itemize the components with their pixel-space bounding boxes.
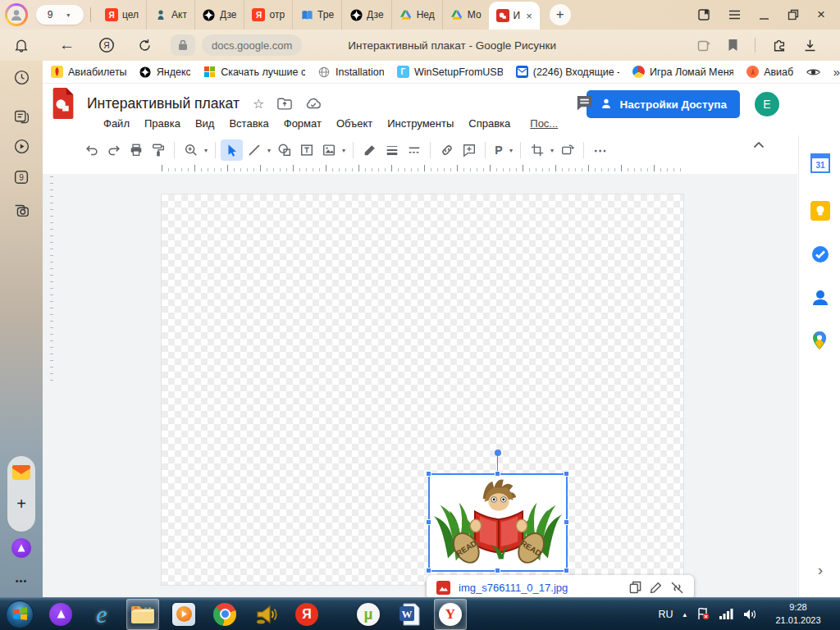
taskbar-gold-speaker[interactable] (249, 599, 282, 630)
line-tool-icon[interactable] (243, 139, 265, 161)
browser-tab-7[interactable]: Нед (391, 0, 442, 30)
border-weight-icon[interactable] (381, 139, 403, 161)
menu-view[interactable]: Вид (189, 115, 221, 132)
add-widget-icon[interactable] (697, 39, 711, 52)
eye-icon[interactable] (806, 67, 820, 77)
bookmark-winsetup[interactable]: Г WinSetupFromUSB (397, 66, 503, 78)
text-box-icon[interactable] (295, 139, 317, 161)
back-button[interactable]: ← (59, 36, 75, 54)
menu-help[interactable]: Справка (462, 115, 517, 132)
browser-tab-6[interactable]: Дзе (341, 0, 391, 30)
star-icon[interactable]: ☆ (253, 96, 264, 112)
taskbar-utorrent[interactable]: µ (352, 599, 385, 630)
google-tasks-icon[interactable] (810, 244, 830, 264)
browser-tab-1[interactable]: Я цел (98, 0, 146, 30)
cloud-status-icon[interactable] (305, 98, 322, 109)
move-folder-icon[interactable] (277, 98, 292, 110)
window-close-icon[interactable]: × (817, 7, 825, 23)
border-color-pencil-icon[interactable] (358, 139, 381, 161)
selection-handle-e[interactable] (564, 519, 569, 525)
chevron-down-icon[interactable]: ▾ (548, 147, 556, 154)
browser-tab-5[interactable]: Тре (292, 0, 341, 30)
window-restore-icon[interactable] (788, 9, 799, 21)
bookmark-aviabilety[interactable]: Авиабилеты (51, 66, 126, 78)
copy-icon[interactable] (629, 581, 641, 594)
browser-tab-active[interactable]: И × (489, 2, 540, 30)
volume-icon[interactable] (743, 609, 756, 620)
taskbar-word[interactable]: W (393, 599, 426, 630)
comments-icon[interactable] (575, 94, 594, 112)
browser-tab-2[interactable]: Акт (146, 0, 194, 30)
browser-tab-8[interactable]: Мо (442, 0, 489, 30)
google-drawings-logo[interactable] (51, 88, 75, 119)
replace-image-icon[interactable] (556, 139, 578, 161)
chevron-down-icon[interactable]: ▾ (265, 147, 273, 154)
alice-icon[interactable] (11, 538, 31, 558)
tabs-count-icon[interactable]: 9 (11, 167, 31, 187)
window-minimize-icon[interactable] (759, 10, 769, 21)
paint-format-icon[interactable] (147, 139, 169, 161)
taskbar-media-player[interactable] (167, 599, 200, 630)
redo-icon[interactable] (103, 139, 125, 161)
chevron-down-icon[interactable]: ▾ (507, 147, 515, 154)
url-field[interactable]: docs.google.com (202, 34, 302, 56)
history-clock-icon[interactable] (11, 67, 31, 87)
bookmark-yandex[interactable]: Яндекс (139, 66, 190, 78)
chevron-down-icon[interactable]: ▾ (340, 147, 348, 154)
action-center-flag-icon[interactable] (696, 608, 710, 620)
play-circle-icon[interactable] (11, 136, 31, 156)
add-comment-icon[interactable] (458, 139, 480, 161)
taskbar-chrome[interactable] (208, 599, 241, 630)
edit-pencil-icon[interactable] (650, 582, 662, 594)
zoom-icon[interactable] (180, 139, 202, 161)
print-icon[interactable] (125, 139, 147, 161)
account-avatar[interactable]: E (755, 92, 779, 116)
insert-link-icon[interactable] (436, 139, 458, 161)
google-contacts-icon[interactable] (810, 288, 830, 308)
yandex-mail-icon[interactable] (11, 463, 31, 482)
selection-handle-n[interactable] (495, 471, 500, 477)
chevron-down-icon[interactable]: ▾ (202, 147, 210, 154)
toolbar-more-icon[interactable]: ⋯ (589, 139, 611, 161)
selection-handle-ne[interactable] (564, 471, 569, 477)
reload-icon[interactable] (137, 38, 153, 53)
shape-tool-icon[interactable] (273, 139, 295, 161)
insert-image-icon[interactable] (317, 139, 340, 161)
image-filename-link[interactable]: img_s766111_0_17.jpg (459, 582, 621, 594)
unlink-icon[interactable] (670, 582, 684, 594)
select-tool-icon[interactable] (221, 139, 243, 161)
taskbar-internet-explorer[interactable]: e (85, 599, 118, 630)
menu-format[interactable]: Формат (277, 115, 328, 132)
undo-icon[interactable] (80, 139, 103, 161)
bookmark-installation[interactable]: Installation (318, 66, 384, 78)
taskbar-yandex-red[interactable]: Я (290, 599, 323, 630)
crop-icon[interactable] (526, 139, 548, 161)
menu-insert[interactable]: Вставка (222, 115, 275, 132)
selected-image[interactable]: READ READ (428, 473, 568, 572)
document-title[interactable]: Интерактивный плакат (87, 95, 240, 112)
panel-expand-chevron[interactable]: › (810, 562, 830, 582)
sidebar-more-icon[interactable]: ••• (11, 571, 31, 591)
site-security-lock-icon[interactable] (171, 34, 195, 56)
browser-tab-3[interactable]: Дзе (194, 0, 244, 30)
taskbar-clock[interactable]: 9:28 21.01.2023 (766, 601, 830, 627)
last-edit-link[interactable]: Пос... (518, 115, 564, 132)
yandex-home-icon[interactable]: Я (98, 36, 116, 54)
tab-close-icon[interactable]: × (526, 10, 532, 22)
selection-handle-s[interactable] (495, 568, 500, 573)
sidebar-add-icon[interactable]: + (11, 494, 31, 514)
bookmark-microsoft[interactable]: Скачать лучшие с (203, 66, 305, 78)
extensions-icon[interactable] (772, 38, 787, 52)
feed-icon[interactable] (11, 107, 31, 126)
menu-file[interactable]: Файл (97, 115, 136, 132)
new-tab-button[interactable]: + (550, 4, 571, 25)
selection-handle-nw[interactable] (426, 471, 431, 477)
tray-expand-icon[interactable]: ▴ (682, 610, 687, 619)
share-settings-button[interactable]: Настройки Доступа (587, 90, 740, 118)
bookmark-avia2[interactable]: Авиаб (746, 66, 793, 78)
google-calendar-icon[interactable]: 31 (810, 153, 830, 173)
tab-counter[interactable]: 9 ▾ (36, 5, 84, 25)
tab-panel-icon[interactable] (697, 8, 710, 21)
network-signal-icon[interactable] (719, 609, 733, 619)
browser-menu-icon[interactable] (728, 10, 741, 20)
